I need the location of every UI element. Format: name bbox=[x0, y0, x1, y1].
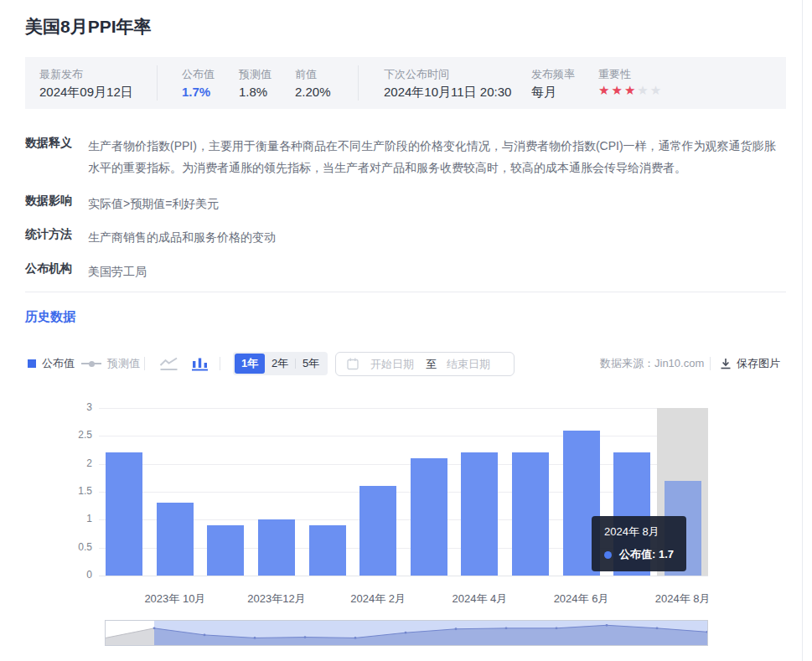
summary-label: 公布值 bbox=[182, 67, 215, 82]
controls-divider bbox=[710, 357, 711, 370]
gridline bbox=[99, 408, 708, 409]
legend-forecast[interactable]: 预测值 bbox=[81, 352, 140, 375]
x-axis-tick-label: 2023年12月 bbox=[218, 591, 335, 607]
navigator-point-marker bbox=[505, 627, 508, 629]
summary-divider bbox=[157, 65, 158, 101]
summary-divider bbox=[358, 65, 359, 101]
bar-2024年4月[interactable] bbox=[461, 452, 498, 576]
tooltip-value: 公布值: 1.7 bbox=[619, 547, 674, 562]
detail-content: 美国劳工局 bbox=[88, 261, 786, 282]
legend-forecast-label: 预测值 bbox=[107, 356, 140, 371]
gridline bbox=[99, 576, 708, 576]
bar-2024年3月[interactable] bbox=[411, 458, 447, 576]
bar-2024年1月[interactable] bbox=[309, 525, 346, 576]
detail-label: 数据释义 bbox=[25, 136, 72, 151]
download-icon bbox=[720, 358, 732, 369]
legend-published-swatch-icon bbox=[28, 359, 36, 368]
detail-content: 实际值>预期值=利好美元 bbox=[88, 193, 786, 214]
navigator-point-marker bbox=[254, 637, 256, 639]
bar-2024年2月[interactable] bbox=[359, 486, 396, 576]
summary-label: 下次公布时间 bbox=[384, 67, 449, 82]
tooltip-title: 2024年 8月 bbox=[604, 524, 674, 540]
bar-2023年12月[interactable] bbox=[258, 519, 295, 576]
summary-bar: 最新发布 2024年09月12日 公布值 1.7% 预测值 1.8% 前值 2.… bbox=[25, 57, 786, 109]
y-axis-tick-label: 3 bbox=[60, 401, 92, 413]
summary-value: 2024年10月11日 20:30 bbox=[384, 85, 511, 101]
x-axis-tick-label: 2024年 4月 bbox=[421, 591, 538, 607]
y-axis-tick-label: 1.5 bbox=[60, 485, 92, 497]
summary-value: 每月 bbox=[531, 85, 556, 101]
page-title: 美国8月PPI年率 bbox=[25, 15, 152, 39]
y-axis-tick-label: 2.5 bbox=[60, 429, 92, 441]
navigator-area-chart bbox=[106, 621, 707, 645]
navigator-point-marker bbox=[656, 627, 659, 629]
range-button-2y[interactable]: 2年 bbox=[265, 354, 295, 374]
star-empty-icon: ★ bbox=[650, 83, 663, 97]
bar-2024年5月[interactable] bbox=[512, 452, 549, 576]
detail-label: 公布机构 bbox=[25, 261, 72, 276]
chart-tooltip: 2024年 8月 公布值: 1.7 bbox=[592, 516, 686, 571]
end-date-field[interactable]: 结束日期 bbox=[447, 357, 490, 372]
y-axis-tick-label: 2 bbox=[60, 457, 92, 469]
legend-published[interactable]: 公布值 bbox=[28, 352, 75, 375]
summary-label: 前值 bbox=[295, 67, 317, 82]
detail-content: 生产商销售的成品和服务价格的变动 bbox=[88, 226, 786, 248]
bar-2023年11月[interactable] bbox=[207, 525, 244, 576]
series-dot-icon bbox=[604, 551, 612, 559]
y-axis-tick-label: 0.5 bbox=[60, 541, 92, 553]
x-axis-tick-label: 2024年 8月 bbox=[624, 591, 742, 607]
data-source-text: 数据来源：Jin10.com bbox=[600, 352, 704, 375]
x-axis-tick-label: 2024年 2月 bbox=[319, 591, 437, 607]
summary-label: 最新发布 bbox=[39, 67, 83, 82]
date-range-input[interactable]: 开始日期 至 结束日期 bbox=[335, 352, 515, 376]
navigator-point-marker bbox=[556, 627, 558, 629]
detail-label: 统计方法 bbox=[25, 227, 72, 242]
section-divider bbox=[25, 292, 786, 292]
navigator-point-marker bbox=[204, 633, 206, 636]
bar-chart-icon bbox=[191, 357, 209, 371]
gridline bbox=[99, 436, 708, 436]
navigator-point-marker bbox=[304, 636, 307, 638]
summary-label: 发布频率 bbox=[531, 67, 575, 82]
navigator-point-marker bbox=[606, 624, 608, 627]
summary-label: 重要性 bbox=[598, 67, 631, 82]
star-filled-icon: ★ bbox=[624, 83, 637, 97]
legend-forecast-line-dot-icon bbox=[81, 361, 101, 367]
line-chart-icon bbox=[159, 357, 178, 371]
y-axis-tick-label: 0 bbox=[60, 569, 92, 581]
importance-stars: ★★★★★ bbox=[598, 83, 663, 98]
chart-range-navigator[interactable] bbox=[105, 620, 708, 646]
summary-value: 1.8% bbox=[239, 85, 267, 99]
indicator-detail-page: 美国8月PPI年率 最新发布 2024年09月12日 公布值 1.7% 预测值 … bbox=[0, 0, 812, 661]
save-image-button[interactable]: 保存图片 bbox=[720, 352, 780, 375]
summary-value: 2.20% bbox=[295, 85, 331, 99]
controls-divider bbox=[144, 357, 145, 370]
star-filled-icon: ★ bbox=[598, 83, 611, 97]
navigator-point-marker bbox=[405, 632, 407, 634]
line-chart-type-button[interactable] bbox=[159, 352, 178, 375]
range-button-5y[interactable]: 5年 bbox=[296, 354, 326, 374]
range-button-group: 1年 2年 5年 bbox=[233, 352, 328, 375]
star-empty-icon: ★ bbox=[637, 83, 649, 97]
controls-divider bbox=[220, 357, 220, 370]
page-right-border bbox=[802, 0, 803, 661]
detail-label: 数据影响 bbox=[25, 194, 72, 209]
x-axis-tick-label: 2023年 10月 bbox=[116, 591, 234, 607]
date-range-separator: 至 bbox=[426, 357, 437, 372]
summary-value-published: 1.7% bbox=[182, 85, 210, 99]
x-axis-tick-label: 2024年 6月 bbox=[523, 591, 640, 607]
history-section-heading: 历史数据 bbox=[25, 309, 75, 325]
bar-chart-type-button[interactable] bbox=[191, 352, 209, 375]
legend-published-label: 公布值 bbox=[42, 356, 75, 371]
summary-label: 预测值 bbox=[239, 67, 272, 82]
save-image-label: 保存图片 bbox=[737, 356, 780, 371]
navigator-point-marker bbox=[455, 627, 458, 630]
detail-content: 生产者物价指数(PPI)，主要用于衡量各种商品在不同生产阶段的价格变化情况，与消… bbox=[88, 135, 786, 178]
calendar-icon bbox=[347, 358, 359, 370]
y-axis-tick-label: 1 bbox=[60, 513, 92, 524]
start-date-field[interactable]: 开始日期 bbox=[370, 357, 414, 372]
bar-2023年9月[interactable] bbox=[106, 452, 142, 576]
navigator-point-marker bbox=[153, 627, 156, 629]
range-button-1y[interactable]: 1年 bbox=[235, 354, 265, 374]
bar-2023年10月[interactable] bbox=[157, 503, 194, 576]
